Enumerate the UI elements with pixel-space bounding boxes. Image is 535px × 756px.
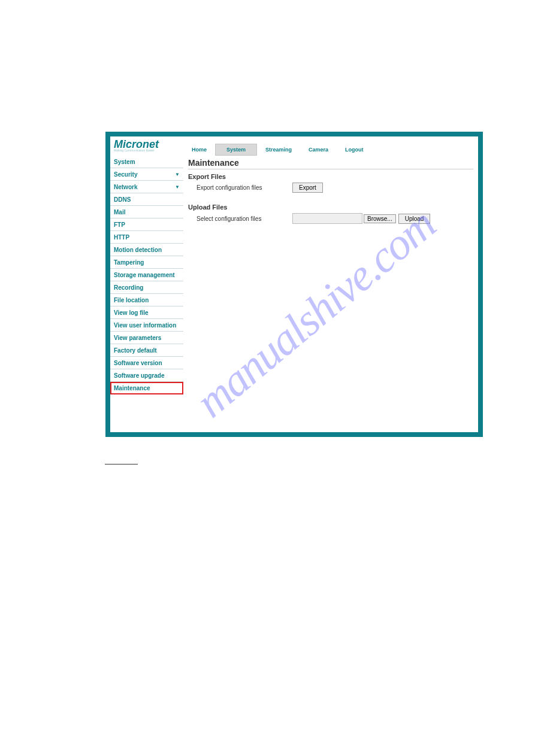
chevron-down-icon: ▼ — [175, 184, 180, 190]
export-label: Export configuration files — [188, 184, 292, 191]
nav-home[interactable]: Home — [183, 144, 215, 156]
sidebar-item-factory-default[interactable]: Factory default — [110, 344, 183, 357]
sidebar-item-maintenance[interactable]: Maintenance — [110, 382, 183, 394]
sidebar-item-view-log-file[interactable]: View log file — [110, 306, 183, 319]
nav-streaming[interactable]: Streaming — [257, 144, 300, 156]
chevron-down-icon: ▼ — [175, 172, 180, 177]
export-row: Export configuration files Export — [188, 183, 473, 193]
sidebar-item-tampering[interactable]: Tampering — [110, 256, 183, 269]
sidebar-item-ddns[interactable]: DDNS — [110, 193, 183, 206]
sidebar-item-network[interactable]: Network▼ — [110, 181, 183, 193]
page-title: Maintenance — [188, 158, 473, 169]
upload-button[interactable]: Upload — [398, 214, 431, 224]
header-row: Micronet Making Communication Easier Hom… — [110, 136, 478, 156]
sidebar-item-software-upgrade[interactable]: Software upgrade — [110, 369, 183, 382]
app-inner: Micronet Making Communication Easier Hom… — [110, 136, 478, 432]
nav-system[interactable]: System — [215, 144, 257, 156]
sidebar-item-ftp[interactable]: FTP — [110, 218, 183, 231]
sidebar-label: FTP — [114, 221, 125, 228]
upload-section-title: Upload Files — [188, 204, 473, 211]
sidebar-item-recording[interactable]: Recording — [110, 281, 183, 294]
sidebar-item-view-parameters[interactable]: View parameters — [110, 332, 183, 344]
sidebar: System Security▼ Network▼ DDNS Mail FTP … — [110, 156, 183, 432]
sidebar-item-storage-management[interactable]: Storage management — [110, 269, 183, 281]
logo-subtitle: Making Communication Easier — [114, 148, 180, 152]
sidebar-item-file-location[interactable]: File location — [110, 294, 183, 306]
sidebar-label: Mail — [114, 209, 125, 215]
sidebar-item-software-version[interactable]: Software version — [110, 357, 183, 369]
sidebar-label: Security — [114, 171, 137, 178]
sidebar-label: Motion detection — [114, 247, 162, 253]
sidebar-item-view-user-information[interactable]: View user information — [110, 319, 183, 332]
content-area: Maintenance Export Files Export configur… — [183, 156, 478, 432]
sidebar-label: System — [114, 159, 135, 165]
sidebar-label: Storage management — [114, 272, 175, 278]
sidebar-item-http[interactable]: HTTP — [110, 231, 183, 244]
nav-camera[interactable]: Camera — [300, 144, 337, 156]
sidebar-label: File location — [114, 297, 149, 303]
sidebar-label: View user information — [114, 322, 176, 329]
sidebar-label: View parameters — [114, 335, 161, 341]
sidebar-label: Factory default — [114, 347, 157, 354]
top-nav: Home System Streaming Camera Logout — [183, 136, 478, 156]
sidebar-label: Maintenance — [114, 385, 150, 391]
sidebar-item-mail[interactable]: Mail — [110, 206, 183, 218]
main-row: System Security▼ Network▼ DDNS Mail FTP … — [110, 156, 478, 432]
app-window: Micronet Making Communication Easier Hom… — [105, 132, 483, 437]
export-section-title: Export Files — [188, 173, 473, 180]
sidebar-label: Tampering — [114, 259, 144, 266]
sidebar-item-motion-detection[interactable]: Motion detection — [110, 244, 183, 256]
upload-label: Select configuration files — [188, 215, 292, 222]
export-button[interactable]: Export — [292, 183, 323, 193]
sidebar-label: View log file — [114, 309, 149, 316]
underline-decoration — [105, 464, 138, 464]
sidebar-label: HTTP — [114, 234, 129, 241]
file-path-input[interactable] — [292, 213, 362, 224]
sidebar-item-system[interactable]: System — [110, 156, 183, 168]
sidebar-item-security[interactable]: Security▼ — [110, 168, 183, 181]
logo-area: Micronet Making Communication Easier — [110, 136, 183, 156]
sidebar-label: Network — [114, 184, 137, 190]
sidebar-label: DDNS — [114, 196, 131, 203]
sidebar-label: Software version — [114, 360, 162, 366]
sidebar-label: Recording — [114, 284, 143, 291]
browse-button[interactable]: Browse... — [364, 214, 396, 223]
nav-logout[interactable]: Logout — [337, 144, 372, 156]
upload-row: Select configuration files Browse... Upl… — [188, 213, 473, 224]
sidebar-label: Software upgrade — [114, 372, 164, 379]
